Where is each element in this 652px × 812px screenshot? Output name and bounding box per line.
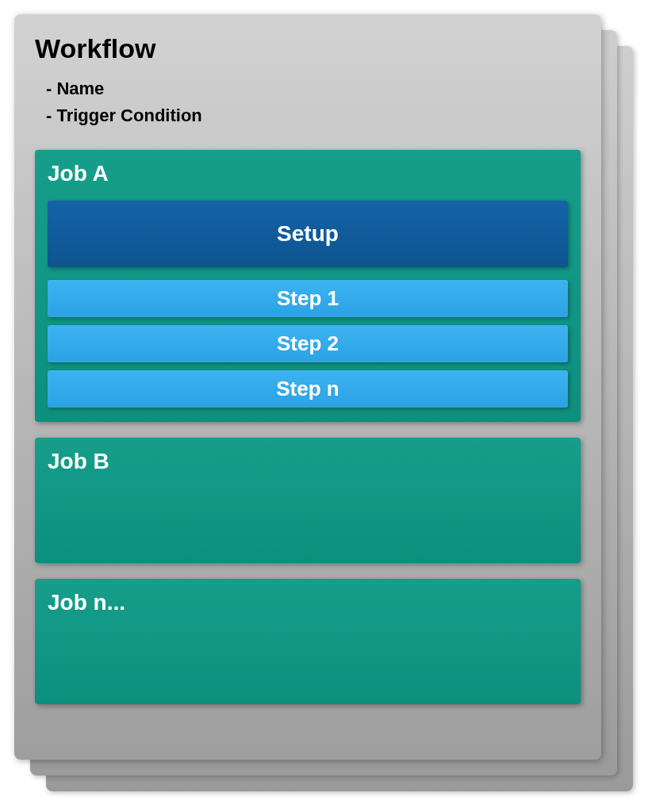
step-n-label: Step n — [48, 377, 568, 401]
workflow-attr-name: - Name — [46, 75, 581, 102]
step-1-box: Step 1 — [48, 280, 568, 317]
job-b-box: Job B — [35, 438, 581, 563]
job-a-title: Job A — [48, 161, 568, 186]
step-2-box: Step 2 — [48, 325, 568, 362]
step-n-box: Step n — [48, 370, 568, 408]
step-1-label: Step 1 — [48, 286, 568, 311]
workflow-attr-trigger: - Trigger Condition — [46, 102, 581, 129]
workflow-card-stack: Workflow - Name - Trigger Condition Job … — [14, 14, 638, 798]
workflow-title: Workflow — [35, 33, 581, 64]
setup-box: Setup — [48, 201, 568, 267]
job-b-title: Job B — [48, 449, 568, 474]
setup-label: Setup — [48, 221, 568, 247]
workflow-card: Workflow - Name - Trigger Condition Job … — [14, 14, 601, 760]
workflow-attributes: - Name - Trigger Condition — [46, 75, 581, 129]
step-2-label: Step 2 — [48, 331, 568, 356]
job-a-box: Job A Setup Step 1 Step 2 Step n — [35, 150, 581, 422]
job-n-title: Job n... — [48, 590, 568, 615]
job-n-box: Job n... — [35, 579, 581, 704]
